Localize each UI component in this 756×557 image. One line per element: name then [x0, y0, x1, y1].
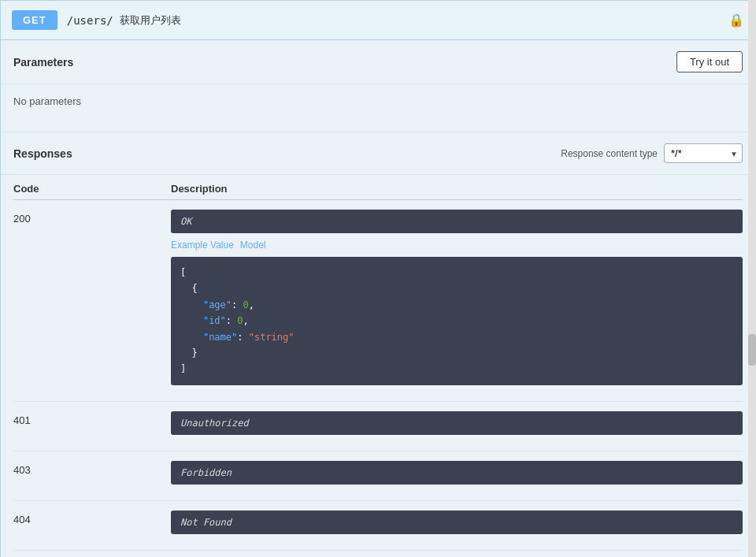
- content-type-select[interactable]: */*: [664, 143, 743, 163]
- status-text-401: Unauthorized: [180, 418, 249, 429]
- content-type-select-wrapper[interactable]: */*: [664, 143, 743, 163]
- scrollbar-thumb[interactable]: [748, 334, 756, 366]
- responses-section: Responses Response content type */* Code…: [1, 132, 755, 557]
- responses-table-header: Code Description: [13, 175, 743, 200]
- parameters-panel: Parameters Try it out No parameters: [1, 40, 755, 132]
- response-code-401: 401: [13, 411, 171, 426]
- response-row-403: 403 Forbidden: [13, 451, 743, 501]
- response-desc-404: Not Found: [171, 511, 743, 540]
- content-type-label: Response content type: [561, 148, 658, 159]
- response-code-403: 403: [13, 461, 171, 476]
- no-parameters-text: No parameters: [1, 84, 755, 132]
- response-row-200: 200 OK Example Value Model [ { "ag: [13, 200, 743, 402]
- try-it-out-button[interactable]: Try it out: [676, 51, 743, 72]
- response-row-401: 401 Unauthorized: [13, 402, 743, 451]
- parameters-title: Parameters: [13, 56, 73, 69]
- scrollbar-track[interactable]: [748, 0, 756, 557]
- col-description-header: Description: [171, 183, 743, 195]
- example-code-block: [ { "age": 0, "id": 0, "name": "string" …: [171, 257, 743, 385]
- response-desc-401: Unauthorized: [171, 411, 743, 441]
- col-code-header: Code: [13, 183, 171, 195]
- response-code-200: 200: [13, 210, 171, 225]
- content-type-control: Response content type */*: [561, 143, 743, 163]
- response-row-404: 404 Not Found: [13, 501, 743, 551]
- lock-icon: 🔒: [728, 13, 744, 28]
- get-method-badge: GET: [12, 10, 57, 30]
- parameters-header: Parameters Try it out: [1, 40, 755, 84]
- example-value-tab[interactable]: Example Value: [171, 240, 234, 251]
- responses-table: Code Description 200 OK Example Value Mo…: [1, 175, 755, 551]
- no-params-label: No parameters: [13, 95, 81, 107]
- endpoint-description: 获取用户列表: [120, 13, 181, 28]
- status-box-404: Not Found: [171, 511, 743, 534]
- response-desc-200: OK Example Value Model [ { "age": 0, "id…: [171, 210, 743, 392]
- get-endpoint-block: GET /users/ 获取用户列表 🔒 Parameters Try it o…: [0, 0, 756, 557]
- example-model-tabs: Example Value Model: [171, 240, 743, 251]
- endpoint-path: /users/: [67, 14, 113, 27]
- responses-header: Responses Response content type */*: [1, 132, 755, 175]
- model-tab[interactable]: Model: [240, 240, 266, 251]
- response-code-404: 404: [13, 511, 171, 525]
- get-endpoint-header[interactable]: GET /users/ 获取用户列表 🔒: [1, 1, 755, 40]
- status-text-404: Not Found: [180, 517, 232, 528]
- status-text-403: Forbidden: [180, 467, 232, 478]
- status-text-200: OK: [180, 216, 191, 227]
- response-desc-403: Forbidden: [171, 461, 743, 491]
- status-box-401: Unauthorized: [171, 411, 743, 435]
- responses-title: Responses: [13, 147, 72, 160]
- page-container: GET /users/ 获取用户列表 🔒 Parameters Try it o…: [0, 0, 756, 557]
- status-box-403: Forbidden: [171, 461, 743, 485]
- status-box-200: OK: [171, 210, 743, 233]
